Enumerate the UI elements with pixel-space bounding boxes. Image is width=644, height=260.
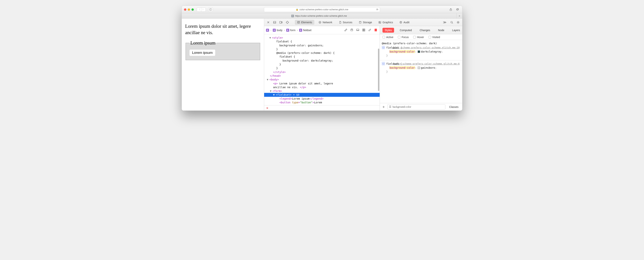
zoom-window-button[interactable] [192, 9, 194, 11]
styles-tab-node[interactable]: Node [436, 28, 446, 33]
tab-elements-label: Elements [301, 21, 312, 24]
dom-attr-val: "button" [300, 101, 312, 104]
styles-tab-computed[interactable]: Computed [398, 28, 414, 33]
tabbar: C https://color-scheme-prefers-color-sch… [182, 13, 462, 19]
elements-toolbar-icons [344, 28, 378, 32]
dom-text: background-color: gainsboro; [267, 44, 324, 47]
dom-text: Lorem [314, 101, 322, 104]
styles-tab-layers[interactable]: Layers [450, 28, 462, 33]
compositing-icon[interactable] [362, 28, 366, 32]
element-picker-button[interactable] [285, 20, 290, 25]
print-styles-icon[interactable] [350, 28, 354, 32]
force-visited[interactable]: Visited [428, 36, 440, 39]
dom-text: fieldset { [267, 55, 295, 58]
dock-bottom-icon[interactable] [272, 20, 277, 25]
dock-side-icon[interactable] [279, 20, 283, 25]
svg-rect-14 [298, 21, 300, 23]
minimize-window-button[interactable] [188, 9, 190, 11]
dom-text: } [267, 48, 278, 51]
device-icon[interactable] [356, 28, 360, 32]
svg-rect-25 [351, 30, 353, 31]
tab-current[interactable]: C https://color-scheme-prefers-color-sch… [182, 13, 456, 18]
rule1-prop[interactable]: background-color [390, 50, 415, 53]
dom-attr-name: type [292, 101, 298, 104]
classes-button[interactable]: Classes [447, 105, 460, 109]
svg-rect-31 [362, 30, 364, 31]
rule1[interactable]: {} color-scheme-prefers-color-scheme.gli… [382, 45, 460, 59]
overflow-button[interactable]: ≫ [442, 20, 448, 24]
settings-gear-icon[interactable] [456, 20, 460, 25]
tab-favicon: C [291, 15, 294, 17]
svg-point-22 [451, 21, 452, 23]
dom-tree[interactable]: ▼ <style> fieldset { background-color: g… [264, 34, 380, 105]
dom-text: } [267, 67, 278, 70]
rule2-source-link[interactable]: color-scheme-prefers-color-scheme.glitch… [394, 62, 460, 66]
page-fieldset: Lorem ipsum Lorem ipsum [186, 40, 260, 60]
show-rulers-toggle[interactable] [374, 28, 378, 32]
rule2-color-swatch[interactable] [418, 67, 420, 69]
breadcrumb-form-label: form [290, 29, 296, 32]
styles-panel: Styles Computed Changes Node Layers Acti… [380, 26, 462, 110]
rule2[interactable]: {} color-scheme-prefers-color-scheme.gli… [382, 62, 460, 75]
dom-console-ref: = $0 [292, 93, 299, 96]
dom-text: ancillae ne vis. [267, 86, 300, 89]
styles-tab-changes[interactable]: Changes [418, 28, 432, 33]
back-button[interactable]: 〈 [197, 8, 201, 12]
dom-text: background-color: darkslategray; [267, 59, 333, 62]
share-button[interactable] [448, 8, 453, 12]
devtools: Elements Network Sources Storage Graphic… [264, 19, 462, 110]
tab-sources[interactable]: Sources [336, 20, 354, 25]
breadcrumb-root[interactable]: E [266, 29, 269, 32]
sidebar-toggle-button[interactable] [208, 8, 213, 12]
new-tab-button[interactable]: ＋ [456, 14, 462, 18]
address-bar[interactable]: 🔒 color-scheme-prefers-color-scheme.glit… [264, 7, 380, 12]
scrollbar[interactable] [378, 49, 379, 91]
close-devtools-button[interactable] [266, 20, 270, 25]
svg-rect-26 [351, 29, 352, 30]
rule1-color-swatch[interactable] [418, 50, 420, 53]
devtools-body: E › Ebody › Eform › Efieldset [264, 26, 462, 110]
close-window-button[interactable] [184, 9, 186, 11]
dom-selected-row[interactable]: ▼ <fieldset> = $0 [264, 93, 380, 97]
reload-button[interactable]: ⟳ [376, 8, 378, 11]
rulers-icon[interactable] [344, 28, 348, 32]
filter-input[interactable]: background-color [392, 105, 411, 108]
styles-footer: ＋ ☰ background-color Classes [380, 103, 462, 110]
search-button[interactable] [450, 20, 454, 25]
browser-window: 〈 〉 🔒 color-scheme-prefers-color-scheme.… [182, 6, 462, 111]
rule1-source-link[interactable]: color-scheme-prefers-color-scheme.glitch… [392, 46, 460, 50]
tab-storage[interactable]: Storage [356, 20, 374, 25]
devtools-toolbar: Elements Network Sources Storage Graphic… [264, 19, 462, 26]
content-split: Lorem ipsum dolor sit amet, legere ancil… [182, 19, 462, 110]
force-hover[interactable]: Hover [413, 36, 424, 39]
console-prompt[interactable]: > [264, 105, 380, 110]
force-focus[interactable]: Focus [398, 36, 409, 39]
svg-rect-5 [274, 21, 276, 23]
force-active[interactable]: Active [382, 36, 393, 39]
tabs-overview-button[interactable] [455, 8, 460, 12]
forward-button[interactable]: 〉 [201, 8, 206, 12]
breadcrumb-row: E › Ebody › Eform › Efieldset [264, 26, 380, 34]
tab-sources-label: Sources [343, 21, 352, 24]
svg-point-9 [286, 21, 288, 23]
rule1-value[interactable]: darkslategray [421, 50, 442, 53]
breadcrumb-fieldset[interactable]: Efieldset [299, 29, 311, 32]
new-rule-button[interactable]: ＋ [382, 104, 386, 109]
breadcrumb-form[interactable]: Eform [286, 29, 296, 32]
tab-network[interactable]: Network [316, 20, 334, 25]
rule2-prop[interactable]: background-color [390, 66, 415, 69]
svg-rect-0 [210, 9, 212, 11]
dom-text: Lorem ipsum [292, 97, 310, 100]
css-rules[interactable]: @media (prefers-color-scheme: dark) {} c… [380, 40, 462, 103]
tab-graphics[interactable]: Graphics [376, 20, 395, 25]
svg-rect-29 [362, 29, 364, 30]
breadcrumb-body[interactable]: Ebody [273, 29, 282, 32]
styles-tab-styles[interactable]: Styles [382, 28, 394, 33]
tab-elements[interactable]: Elements [295, 20, 314, 25]
paint-icon[interactable] [368, 28, 372, 32]
page-button[interactable]: Lorem ipsum [189, 49, 216, 56]
rule2-value[interactable]: gainsboro [421, 66, 435, 69]
filter-input-wrap[interactable]: ☰ background-color [387, 104, 445, 109]
tab-audit[interactable]: Audit [397, 20, 412, 25]
page-legend: Lorem ipsum [189, 40, 216, 46]
